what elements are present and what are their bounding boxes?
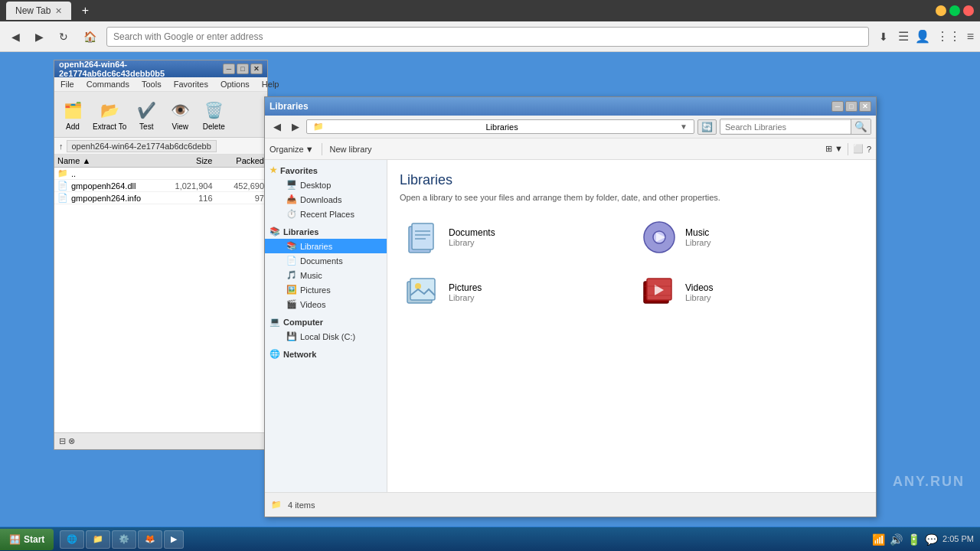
- user-icon[interactable]: 👤: [915, 29, 930, 44]
- documents-label: Documents: [300, 256, 343, 266]
- fm-menu-tools[interactable]: Tools: [140, 79, 163, 90]
- fm-path[interactable]: openh264-win64-2e1774ab6dc6debb: [67, 140, 217, 152]
- lib-toolbar-separator: [322, 143, 322, 155]
- fm-view-button[interactable]: 👁️ View: [166, 98, 194, 131]
- fm-menu-options[interactable]: Options: [219, 79, 251, 90]
- tray-icon-network[interactable]: 📶: [872, 533, 885, 546]
- tray-icon-action-center[interactable]: 💬: [925, 533, 938, 546]
- lib-title-bar: Libraries ─ □ ✕: [265, 97, 876, 116]
- fm-close-button[interactable]: ✕: [250, 64, 263, 74]
- sidebar-item-documents[interactable]: 📄 Documents: [265, 253, 387, 268]
- lib-sidebar-computer-group[interactable]: 💻 Computer: [265, 315, 387, 329]
- fm-col-packed-header[interactable]: Packed: [213, 156, 265, 165]
- pictures-label: Pictures: [300, 285, 331, 295]
- download-button[interactable]: ⬇: [874, 28, 893, 46]
- new-tab-button[interactable]: +: [76, 2, 94, 20]
- forward-button[interactable]: ▶: [30, 28, 49, 46]
- fm-delete-label: Delete: [203, 122, 225, 131]
- address-bar[interactable]: [106, 27, 869, 47]
- menu-icon[interactable]: ≡: [967, 30, 974, 44]
- lib-back-button[interactable]: ◀: [270, 119, 285, 135]
- sidebar-item-recent-places[interactable]: ⏱️ Recent Places: [265, 207, 387, 221]
- bookmarks-icon[interactable]: ☰: [898, 29, 909, 44]
- grid-icon[interactable]: ⋮⋮: [936, 29, 961, 44]
- fm-test-label: Test: [139, 122, 153, 131]
- fm-view-label: View: [172, 122, 189, 131]
- taskbar-item-anyrun[interactable]: ▶: [164, 530, 184, 549]
- home-button[interactable]: 🏠: [78, 28, 102, 46]
- lib-maximize-button[interactable]: □: [845, 101, 858, 112]
- taskbar-item-ie[interactable]: 🌐: [60, 530, 84, 549]
- lib-sidebar: ★ Favorites 🖥️ Desktop 📥 Downloads ⏱️ Re…: [265, 160, 387, 492]
- fm-menu-file[interactable]: File: [59, 79, 76, 90]
- fm-add-button[interactable]: 🗂️ Add: [59, 98, 87, 131]
- tray-icon-battery[interactable]: 🔋: [907, 533, 920, 546]
- taskbar-item-browser[interactable]: 🦊: [138, 530, 162, 549]
- test-icon: ✔️: [134, 98, 158, 122]
- lib-search-button[interactable]: 🔍: [851, 119, 871, 134]
- videos-icon: 🎬: [286, 299, 297, 309]
- browser-toolbar: ◀ ▶ ↻ 🏠 ⬇ ☰ 👤 ⋮⋮ ≡: [0, 21, 980, 52]
- desktop-label: Desktop: [300, 181, 331, 190]
- table-row[interactable]: 📄gmpopenh264.dll 1,021,904 452,690: [54, 180, 267, 192]
- lib-item-music[interactable]: Music Library: [636, 214, 864, 260]
- fm-menu-favorites[interactable]: Favorites: [172, 79, 210, 90]
- fm-col-size-header[interactable]: Size: [161, 156, 213, 165]
- sidebar-item-libraries[interactable]: 📚 Libraries: [265, 239, 387, 253]
- videos-library-icon: [641, 274, 678, 311]
- lib-content: ★ Favorites 🖥️ Desktop 📥 Downloads ⏱️ Re…: [265, 160, 876, 492]
- fm-col-name-header[interactable]: Name ▲: [57, 156, 161, 165]
- start-button[interactable]: 🪟 Start: [0, 529, 54, 550]
- sidebar-item-downloads[interactable]: 📥 Downloads: [265, 192, 387, 207]
- tab-title: New Tab: [15, 5, 51, 16]
- close-button[interactable]: [963, 5, 974, 16]
- reload-button[interactable]: ↻: [54, 28, 74, 46]
- fm-minimize-button[interactable]: ─: [223, 64, 235, 74]
- fm-extract-button[interactable]: 📂 Extract To: [93, 98, 126, 131]
- sidebar-item-desktop[interactable]: 🖥️ Desktop: [265, 178, 387, 192]
- lib-close-button[interactable]: ✕: [859, 101, 871, 112]
- fm-delete-button[interactable]: 🗑️ Delete: [200, 98, 227, 131]
- fm-menu-commands[interactable]: Commands: [85, 79, 131, 90]
- sidebar-item-local-disk[interactable]: 💾 Local Disk (C:): [265, 329, 387, 344]
- fm-test-button[interactable]: ✔️ Test: [132, 98, 160, 131]
- network-label: Network: [283, 350, 316, 359]
- lib-preview-button[interactable]: ⬜: [853, 144, 864, 154]
- maximize-button[interactable]: [949, 5, 960, 16]
- lib-sidebar-libraries-group[interactable]: 📚 Libraries: [265, 224, 387, 239]
- taskbar-item-explorer[interactable]: 📁: [86, 530, 110, 549]
- tab-close-button[interactable]: ✕: [55, 6, 62, 16]
- fm-maximize-button[interactable]: □: [237, 64, 249, 74]
- documents-library-name: Documents: [449, 227, 495, 238]
- sidebar-item-pictures[interactable]: 🖼️ Pictures: [265, 282, 387, 297]
- tray-icon-sound[interactable]: 🔊: [890, 533, 903, 546]
- back-button[interactable]: ◀: [6, 28, 25, 46]
- lib-minimize-button[interactable]: ─: [831, 101, 844, 112]
- lib-sidebar-network-group[interactable]: 🌐 Network: [265, 347, 387, 361]
- lib-sidebar-favorites-section: ★ Favorites 🖥️ Desktop 📥 Downloads ⏱️ Re…: [265, 163, 387, 221]
- lib-forward-button[interactable]: ▶: [288, 119, 303, 135]
- lib-item-videos[interactable]: Videos Library: [636, 269, 864, 315]
- explorer-icon: 📁: [93, 534, 103, 544]
- table-row[interactable]: 📄gmpopenh264.info 116 97: [54, 192, 267, 204]
- lib-refresh-button[interactable]: 🔄: [697, 119, 717, 135]
- lib-search-input[interactable]: [720, 121, 851, 133]
- sidebar-item-music[interactable]: 🎵 Music: [265, 268, 387, 282]
- lib-help-button[interactable]: ?: [867, 145, 871, 154]
- table-row[interactable]: 📁..: [54, 168, 267, 180]
- lib-view-toggle-button[interactable]: ⊞ ▼: [825, 144, 843, 154]
- lib-location-bar[interactable]: 📁 Libraries ▼: [306, 119, 694, 134]
- active-tab[interactable]: New Tab ✕: [6, 2, 71, 20]
- fm-menu-bar: File Commands Tools Favorites Options He…: [54, 77, 267, 92]
- fm-menu-help[interactable]: Help: [260, 79, 281, 90]
- sidebar-item-videos[interactable]: 🎬 Videos: [265, 297, 387, 311]
- lib-item-documents[interactable]: Documents Library: [400, 214, 627, 260]
- browser-icon-taskbar: 🦊: [145, 534, 155, 544]
- up-icon[interactable]: ↑: [59, 142, 64, 151]
- minimize-button[interactable]: [936, 5, 946, 16]
- lib-sidebar-favorites-group[interactable]: ★ Favorites: [265, 163, 387, 178]
- lib-organize-button[interactable]: Organize ▼: [270, 145, 314, 154]
- taskbar-item-settings[interactable]: ⚙️: [112, 530, 136, 549]
- lib-item-pictures[interactable]: Pictures Library: [400, 269, 627, 315]
- lib-new-library-button[interactable]: New library: [330, 145, 372, 154]
